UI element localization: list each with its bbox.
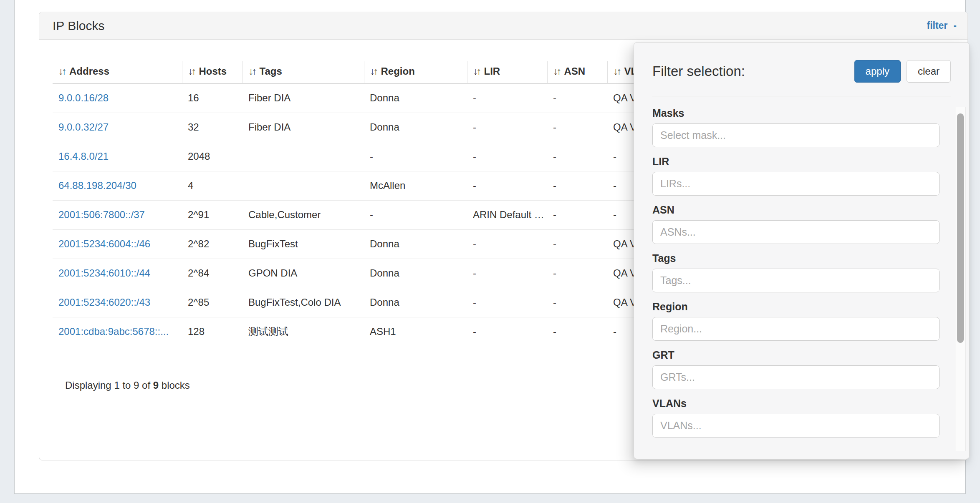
filter-panel-title: Filter selection: [652, 63, 745, 79]
pagination-total: 9 [153, 380, 159, 391]
cell-lir: - [467, 171, 547, 200]
cell-address: 2001:5234:6020::/43 [53, 288, 182, 317]
column-header-address[interactable]: ↓↑Address [53, 61, 182, 83]
cell-hosts: 32 [182, 113, 242, 142]
cell-region: Donna [364, 288, 467, 317]
cell-asn: - [547, 171, 607, 200]
lir-input[interactable] [652, 172, 940, 196]
cell-address: 9.0.0.16/28 [53, 83, 182, 113]
filter-toggle-link[interactable]: filter - [927, 20, 957, 31]
cell-lir: - [467, 259, 547, 288]
column-header-tags[interactable]: ↓↑Tags [242, 61, 364, 83]
ip-block-link[interactable]: 9.0.0.16/28 [58, 92, 109, 103]
cell-asn: - [547, 142, 607, 171]
scrollbar-thumb[interactable] [957, 113, 964, 343]
ip-block-link[interactable]: 16.4.8.0/21 [58, 151, 109, 162]
column-label-lir: LIR [484, 65, 500, 77]
cell-asn: - [547, 229, 607, 259]
ip-block-link[interactable]: 2001:5234:6004::/46 [58, 238, 150, 249]
cell-asn: - [547, 113, 607, 142]
filter-group-asn: ASN [652, 204, 940, 244]
pagination-suffix: blocks [159, 380, 190, 391]
vlans-input[interactable] [652, 414, 940, 438]
filter-panel-header: Filter selection: apply clear [634, 43, 969, 83]
cell-asn: - [547, 259, 607, 288]
cell-address: 16.4.8.0/21 [53, 142, 182, 171]
ip-block-link[interactable]: 2001:5234:6020::/43 [58, 297, 150, 308]
cell-asn: - [547, 83, 607, 113]
column-label-region: Region [381, 65, 415, 77]
sort-icon: ↓↑ [553, 65, 560, 77]
column-header-region[interactable]: ↓↑Region [364, 61, 467, 83]
page-title: IP Blocks [53, 19, 105, 33]
cell-region: Donna [364, 113, 467, 142]
cell-region: Donna [364, 229, 467, 259]
cell-hosts: 4 [182, 171, 242, 200]
pagination-prefix: Displaying 1 to 9 of [65, 380, 153, 391]
cell-address: 2001:5234:6004::/46 [53, 229, 182, 259]
cell-lir: - [467, 288, 547, 317]
sort-icon: ↓↑ [188, 65, 195, 77]
filter-group-masks: Masks [652, 107, 940, 147]
cell-hosts: 2^84 [182, 259, 242, 288]
cell-asn: - [547, 288, 607, 317]
sort-icon: ↓↑ [58, 65, 65, 77]
grt-label: GRT [652, 349, 940, 361]
sort-icon: ↓↑ [614, 65, 620, 77]
ip-block-link[interactable]: 9.0.0.32/27 [58, 121, 109, 133]
content-card: IP Blocks filter - ↓↑Address ↓↑Hosts ↓↑T… [14, 0, 966, 494]
asn-input[interactable] [652, 220, 940, 244]
filter-toggle-label: filter [927, 20, 947, 31]
apply-button[interactable]: apply [854, 60, 901, 83]
region-label: Region [652, 301, 940, 313]
column-label-asn: ASN [564, 65, 586, 77]
tags-label: Tags [652, 252, 940, 264]
filter-fields: Masks LIR ASN Tags Region GRT [634, 96, 969, 438]
cell-address: 64.88.198.204/30 [53, 171, 182, 200]
tags-input[interactable] [652, 269, 940, 292]
sort-icon: ↓↑ [249, 65, 255, 77]
cell-region: - [364, 200, 467, 229]
ip-blocks-panel-header: IP Blocks filter - [39, 12, 967, 40]
filter-selection-panel: Filter selection: apply clear Masks LIR … [634, 42, 970, 459]
vlans-label: VLANs [652, 397, 940, 410]
cell-lir: - [467, 113, 547, 142]
cell-lir: ARIN Default … [467, 200, 547, 229]
cell-tags: Cable,Customer [242, 200, 364, 229]
cell-tags [242, 171, 364, 200]
clear-button[interactable]: clear [907, 60, 951, 83]
cell-tags: 测试测试 [242, 317, 364, 346]
cell-tags: Fiber DIA [242, 83, 364, 113]
sort-icon: ↓↑ [473, 65, 480, 77]
masks-input[interactable] [652, 123, 940, 147]
cell-region: ASH1 [364, 317, 467, 346]
column-header-lir[interactable]: ↓↑LIR [467, 61, 547, 83]
ip-block-link[interactable]: 2001:506:7800::/37 [58, 209, 145, 220]
cell-asn: - [547, 317, 607, 346]
cell-region: McAllen [364, 171, 467, 200]
cell-tags [242, 142, 364, 171]
filter-group-tags: Tags [652, 252, 940, 292]
cell-address: 2001:cdba:9abc:5678::... [53, 317, 182, 346]
cell-address: 2001:5234:6010::/44 [53, 259, 182, 288]
cell-asn: - [547, 200, 607, 229]
region-input[interactable] [652, 317, 940, 341]
cell-hosts: 2^91 [182, 200, 242, 229]
column-header-hosts[interactable]: ↓↑Hosts [182, 61, 242, 83]
column-label-address: Address [69, 65, 109, 77]
sort-icon: ↓↑ [370, 65, 377, 77]
cell-hosts: 16 [182, 83, 242, 113]
cell-tags: GPON DIA [242, 259, 364, 288]
column-label-tags: Tags [260, 65, 282, 77]
column-header-asn[interactable]: ↓↑ASN [547, 61, 607, 83]
ip-block-link[interactable]: 2001:5234:6010::/44 [58, 267, 150, 279]
cell-tags: Fiber DIA [242, 113, 364, 142]
grt-input[interactable] [652, 365, 940, 389]
cell-lir: - [467, 83, 547, 113]
cell-region: Donna [364, 259, 467, 288]
cell-region: - [364, 142, 467, 171]
ip-block-link[interactable]: 2001:cdba:9abc:5678::... [58, 326, 169, 337]
ip-block-link[interactable]: 64.88.198.204/30 [58, 180, 136, 191]
cell-hosts: 2^82 [182, 229, 242, 259]
filter-scrollbar[interactable] [955, 107, 966, 451]
